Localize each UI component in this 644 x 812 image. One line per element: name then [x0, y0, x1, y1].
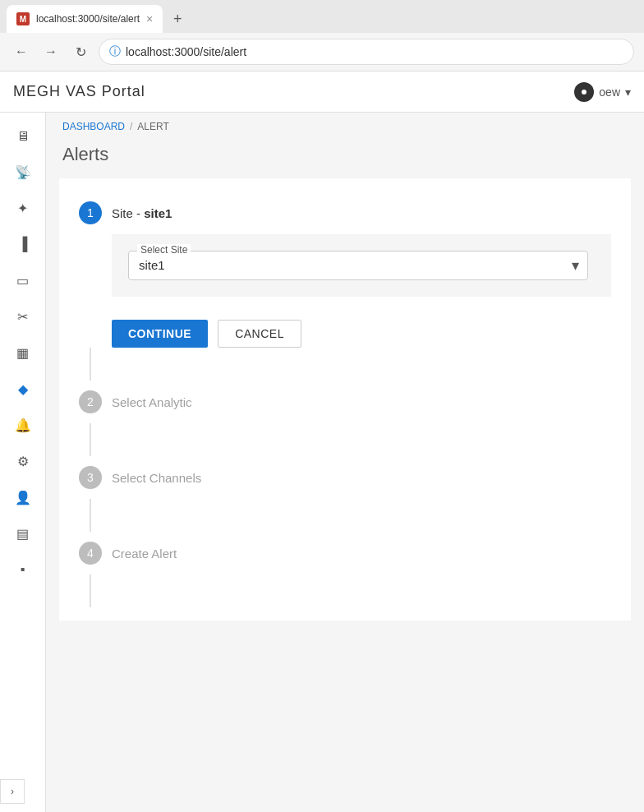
address-bar[interactable]: ⓘ localhost:3000/site/alert [99, 39, 634, 65]
step-1-buttons: CONTINUE CANCEL [112, 320, 611, 348]
new-tab-button[interactable]: + [166, 7, 189, 30]
avatar-dot [582, 90, 586, 95]
dropdown-icon: ▾ [625, 85, 631, 99]
gear-icon: ⚙ [17, 454, 29, 469]
reload-button[interactable]: ↻ [69, 40, 92, 63]
step-1-content: Select Site site1 ▾ site1 [112, 234, 611, 297]
step-2: 2 Select Analytic [79, 381, 611, 423]
sidebar-expand-button[interactable]: › [0, 779, 25, 804]
tab-favicon: M [16, 12, 30, 25]
sidebar-item-gear[interactable]: ⚙ [7, 445, 39, 478]
alert-icon: ◆ [18, 381, 28, 397]
connector-4-end [90, 574, 91, 607]
user-avatar [574, 82, 594, 102]
sidebar-item-book[interactable]: ▭ [7, 264, 39, 297]
user-settings-icon: 👤 [15, 490, 31, 505]
app-title: MEGH VAS Portal [13, 83, 145, 100]
breadcrumb-dashboard[interactable]: DASHBOARD [62, 121, 125, 132]
forward-button[interactable]: → [39, 40, 62, 63]
step-4: 4 Create Alert [79, 532, 611, 574]
main-layout: 📡 ✦ ▐ ▭ ✂ ▦ ◆ 🔔 ⚙ 👤 ▤ [0, 113, 644, 812]
table-icon: ▤ [16, 526, 29, 542]
url-text: localhost:3000/site/alert [126, 45, 246, 58]
step-3-header: 3 Select Channels [79, 456, 611, 499]
breadcrumb-separator: / [130, 121, 132, 132]
sidebar-item-user-settings[interactable]: 👤 [7, 481, 39, 514]
connector-2-3 [90, 423, 91, 456]
page-title: Alerts [46, 141, 644, 178]
select-site-field[interactable]: Select Site site1 ▾ site1 [128, 251, 588, 280]
select-site-wrapper: Select Site site1 ▾ site1 [128, 251, 595, 280]
sidebar-item-table[interactable]: ▤ [7, 517, 39, 550]
step-1-circle: 1 [79, 201, 102, 224]
analytics-icon: 📡 [15, 164, 31, 180]
stepper-container: 1 Site - site1 Select Site site1 ▾ [59, 178, 631, 621]
browser-chrome: M localhost:3000/site/alert × + ← → ↻ ⓘ … [0, 0, 644, 72]
grid-icon: ▦ [16, 345, 29, 361]
sidebar-item-analytics[interactable]: 📡 [7, 155, 39, 188]
sidebar-item-grid[interactable]: ▦ [7, 336, 39, 369]
sidebar-item-bell[interactable]: 🔔 [7, 408, 39, 441]
sidebar-item-nodes[interactable]: ✦ [7, 191, 39, 224]
step-4-label: Create Alert [112, 547, 177, 561]
security-icon: ⓘ [109, 44, 121, 59]
step-3: 3 Select Channels [79, 456, 611, 499]
sidebar-item-barchart[interactable]: ▐ [7, 228, 39, 261]
step-1: 1 Site - site1 Select Site site1 ▾ [79, 191, 611, 348]
step-4-header: 4 Create Alert [79, 532, 611, 574]
nodes-icon: ✦ [17, 201, 28, 216]
breadcrumb: DASHBOARD / ALERT [46, 113, 644, 141]
back-button[interactable]: ← [10, 40, 33, 63]
content-area: DASHBOARD / ALERT Alerts 1 Site - site1 [46, 113, 644, 812]
chip-icon: ▪ [21, 562, 25, 577]
user-menu[interactable]: oew ▾ [574, 82, 631, 102]
sidebar-item-tools[interactable]: ✂ [7, 300, 39, 333]
breadcrumb-current: ALERT [137, 121, 168, 132]
bell-icon: 🔔 [15, 418, 31, 433]
cancel-button[interactable]: CANCEL [218, 320, 301, 348]
step-2-circle: 2 [79, 390, 102, 413]
barchart-icon: ▐ [18, 237, 27, 251]
sidebar-item-monitor[interactable] [7, 119, 39, 152]
step-2-label: Select Analytic [112, 395, 192, 409]
book-icon: ▭ [16, 273, 29, 288]
step-3-label: Select Channels [112, 471, 201, 485]
tools-icon: ✂ [17, 309, 28, 325]
connector-1-2 [90, 348, 91, 381]
step-1-site-name: site1 [144, 206, 172, 220]
browser-tab[interactable]: M localhost:3000/site/alert × [7, 5, 163, 33]
app-header: MEGH VAS Portal oew ▾ [0, 72, 644, 113]
sidebar-item-chip[interactable]: ▪ [7, 553, 39, 586]
step-1-header: 1 Site - site1 [79, 191, 611, 234]
user-label: oew [599, 85, 620, 99]
connector-3-4 [90, 499, 91, 532]
step-1-label: Site - site1 [112, 206, 172, 220]
monitor-icon [16, 127, 30, 145]
close-tab-button[interactable]: × [146, 12, 153, 25]
step-4-circle: 4 [79, 542, 102, 565]
sidebar-item-alert[interactable]: ◆ [7, 372, 39, 405]
continue-button[interactable]: CONTINUE [112, 320, 208, 348]
tab-bar: M localhost:3000/site/alert × + [0, 0, 644, 33]
sidebar: 📡 ✦ ▐ ▭ ✂ ▦ ◆ 🔔 ⚙ 👤 ▤ [0, 113, 46, 812]
browser-toolbar: ← → ↻ ⓘ localhost:3000/site/alert [0, 33, 644, 71]
step-3-circle: 3 [79, 466, 102, 489]
step-2-header: 2 Select Analytic [79, 381, 611, 423]
tab-title: localhost:3000/site/alert [36, 13, 140, 25]
